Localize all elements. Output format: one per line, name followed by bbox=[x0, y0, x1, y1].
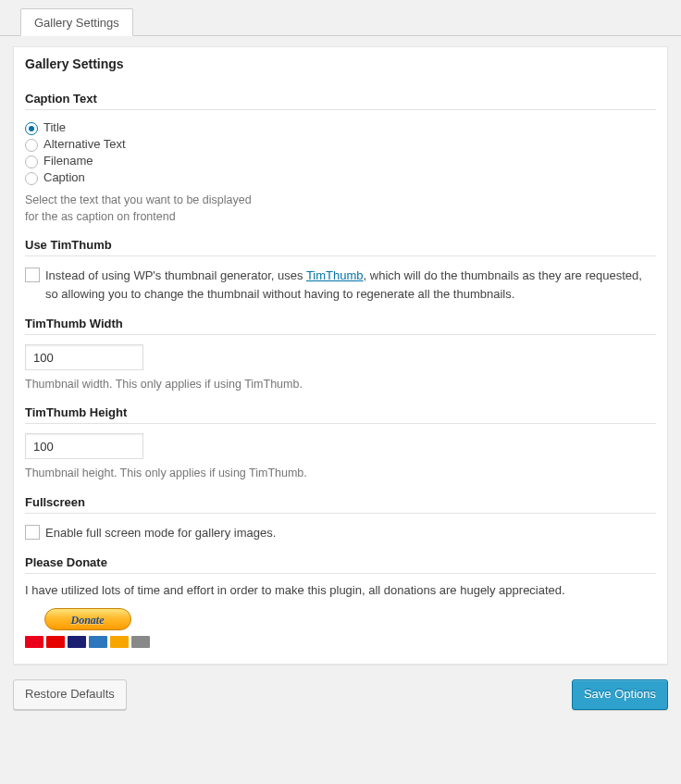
donate-button[interactable]: Donate bbox=[44, 608, 131, 630]
check-row-fullscreen[interactable]: Enable full screen mode for gallery imag… bbox=[25, 523, 656, 543]
restore-defaults-button[interactable]: Restore Defaults bbox=[13, 679, 127, 710]
radio-row-title[interactable]: Title bbox=[25, 119, 656, 136]
heading-timthumb-width: TimThumb Width bbox=[25, 317, 656, 335]
save-options-button[interactable]: Save Options bbox=[572, 679, 668, 710]
settings-panel: Gallery Settings Caption Text Title Alte… bbox=[13, 46, 668, 665]
check-row-timthumb: Instead of using WP's thumbnail generato… bbox=[25, 266, 656, 304]
section-timthumb-height: TimThumb Height Thumbnail height. This o… bbox=[25, 405, 656, 481]
radio-alternative-text[interactable] bbox=[25, 139, 38, 152]
desc-caption-text: Select the text that you want to be disp… bbox=[25, 192, 266, 225]
footer-actions: Restore Defaults Save Options bbox=[13, 679, 668, 710]
card-icon bbox=[25, 636, 43, 648]
card-icon bbox=[89, 636, 107, 648]
payment-cards bbox=[25, 636, 150, 648]
section-use-timthumb: Use TimThumb Instead of using WP's thumb… bbox=[25, 238, 656, 304]
section-fullscreen: Fullscreen Enable full screen mode for g… bbox=[25, 495, 656, 543]
radio-row-alternative-text[interactable]: Alternative Text bbox=[25, 136, 656, 153]
checkbox-fullscreen[interactable] bbox=[25, 525, 40, 540]
radio-row-caption[interactable]: Caption bbox=[25, 169, 656, 186]
radio-label: Caption bbox=[43, 170, 85, 184]
card-icon bbox=[46, 636, 65, 648]
card-icon bbox=[110, 636, 129, 648]
heading-fullscreen: Fullscreen bbox=[25, 495, 656, 514]
text-donate: I have utilized lots of time and effort … bbox=[25, 583, 656, 597]
section-timthumb-width: TimThumb Width Thumbnail width. This onl… bbox=[25, 317, 656, 392]
section-caption-text: Caption Text Title Alternative Text File… bbox=[25, 92, 656, 225]
card-icon bbox=[131, 636, 150, 648]
tab-gallery-settings[interactable]: Gallery Settings bbox=[20, 8, 133, 36]
checkbox-use-timthumb[interactable] bbox=[25, 268, 40, 282]
radio-label: Alternative Text bbox=[43, 137, 126, 151]
desc-timthumb-height: Thumbnail height. This only applies if u… bbox=[25, 465, 656, 481]
heading-caption-text: Caption Text bbox=[25, 92, 656, 110]
radio-label: Title bbox=[43, 120, 66, 134]
radio-title[interactable] bbox=[25, 122, 38, 135]
heading-timthumb-height: TimThumb Height bbox=[25, 405, 656, 424]
radio-filename[interactable] bbox=[25, 156, 38, 168]
input-timthumb-height[interactable] bbox=[25, 433, 143, 459]
radio-caption[interactable] bbox=[25, 172, 38, 185]
desc-timthumb-width: Thumbnail width. This only applies if us… bbox=[25, 376, 656, 392]
link-timthumb[interactable]: TimThumb bbox=[306, 268, 364, 282]
radio-label: Filename bbox=[43, 154, 93, 168]
radio-row-filename[interactable]: Filename bbox=[25, 153, 656, 169]
desc-use-timthumb: Instead of using WP's thumbnail generato… bbox=[45, 267, 656, 303]
label-fullscreen: Enable full screen mode for gallery imag… bbox=[45, 524, 276, 542]
card-icon bbox=[68, 636, 86, 648]
tabs: Gallery Settings bbox=[0, 0, 681, 36]
heading-donate: Please Donate bbox=[25, 555, 656, 574]
panel-title: Gallery Settings bbox=[14, 47, 667, 79]
section-donate: Please Donate I have utilized lots of ti… bbox=[25, 555, 656, 651]
tab-label: Gallery Settings bbox=[34, 16, 119, 30]
heading-use-timthumb: Use TimThumb bbox=[25, 238, 656, 256]
input-timthumb-width[interactable] bbox=[25, 344, 143, 370]
